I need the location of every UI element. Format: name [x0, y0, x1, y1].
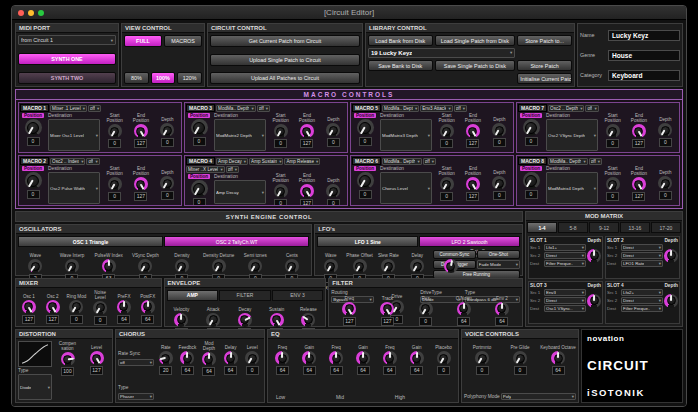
macro-assign-dropdown[interactable]: Mixer ..X Level▾ — [186, 166, 225, 173]
knob-dial[interactable] — [301, 313, 315, 327]
knob-dial[interactable] — [212, 259, 226, 273]
macro-off-dropdown[interactable]: off▾ — [226, 166, 239, 173]
macro-destination-dropdown[interactable]: Osc2 Pulse Width▾ — [48, 172, 100, 204]
knob-dial[interactable] — [383, 351, 397, 365]
knob-dial[interactable] — [202, 352, 216, 366]
slot-dest-dropdown[interactable]: LFO1 Rate▾ — [621, 260, 663, 267]
knob-dial[interactable] — [380, 302, 394, 316]
macro-position-knob[interactable] — [191, 119, 208, 136]
macro-depth-knob[interactable] — [658, 176, 672, 190]
knob-dial[interactable] — [329, 351, 343, 365]
knob-dial[interactable] — [248, 259, 262, 273]
macro-start-knob[interactable] — [440, 177, 454, 191]
chorus-rate-sync-dropdown[interactable]: off▾ — [118, 359, 154, 366]
knob-dial[interactable] — [457, 302, 471, 316]
macro-position-knob[interactable] — [191, 180, 208, 197]
macro-depth-knob[interactable] — [326, 184, 340, 198]
knob-dial[interactable] — [117, 300, 131, 314]
knob-dial[interactable] — [353, 259, 367, 273]
slot-depth-knob[interactable] — [664, 294, 678, 308]
macro-destination-dropdown[interactable]: ModMatrix3 Depth▾ — [380, 119, 432, 151]
macro-assign-dropdown[interactable]: Mixer .1 Level▾ — [50, 105, 87, 112]
slot-dest-dropdown[interactable]: Osc1 VSync..▾ — [544, 305, 586, 312]
macro-depth-knob[interactable] — [160, 176, 174, 190]
macro-off-dropdown[interactable]: off▾ — [585, 105, 598, 112]
macro-off-dropdown[interactable]: off▾ — [86, 158, 99, 165]
zoom-80-button[interactable]: 80% — [124, 72, 149, 84]
knob-dial[interactable] — [444, 259, 458, 273]
knob-dial[interactable] — [356, 351, 370, 365]
macro-assign-dropdown[interactable]: ModMa.. Depth▾ — [216, 105, 256, 112]
macro-position-knob[interactable] — [357, 119, 374, 136]
macro-end-knob[interactable] — [466, 124, 480, 138]
knob-dial[interactable] — [302, 351, 316, 365]
macro-assign-dropdown[interactable]: ModMa.. Depth▾ — [382, 158, 422, 165]
macro-position-knob[interactable] — [357, 172, 374, 189]
macro-assign-dropdown[interactable]: Osc2 .. Index▾ — [50, 158, 85, 165]
knob-dial[interactable] — [495, 302, 509, 316]
macro-start-knob[interactable] — [108, 124, 122, 138]
patch-name-field[interactable]: Lucky Keyz — [608, 30, 680, 41]
category-dropdown[interactable]: Keyboard — [608, 70, 680, 81]
knob-dial[interactable] — [174, 313, 188, 327]
circuit-control-button[interactable]: Get Current Patch from Circuit — [210, 35, 360, 47]
macro-start-knob[interactable] — [274, 184, 288, 198]
knob-dial[interactable] — [159, 351, 173, 365]
view-full-button[interactable]: FULL — [124, 35, 162, 47]
knob-dial[interactable] — [69, 300, 83, 314]
slot-depth-knob[interactable] — [587, 249, 601, 263]
store-patch-button[interactable]: Store Patch — [517, 60, 572, 71]
knob-dial[interactable] — [138, 259, 152, 273]
slot-depth-knob[interactable] — [587, 294, 601, 308]
load-single-patch-button[interactable]: Load Single Patch from Disk — [435, 35, 516, 46]
slot-src1-dropdown[interactable]: Lfo2+▾ — [621, 289, 663, 296]
knob-dial[interactable] — [61, 352, 75, 366]
tab[interactable]: LFO 2 Sawtooth — [419, 236, 520, 247]
store-patch-to-button[interactable]: Store Patch to... — [517, 35, 572, 46]
knob-dial[interactable] — [410, 259, 424, 273]
knob-dial[interactable] — [419, 302, 433, 316]
macro-destination-dropdown[interactable]: Amp Decay▾ — [214, 180, 266, 204]
macro-assign-dropdown[interactable]: Amp Release▾ — [284, 158, 320, 165]
macro-start-knob[interactable] — [274, 124, 288, 138]
macro-off-dropdown[interactable]: off▾ — [88, 105, 101, 112]
knob-dial[interactable] — [275, 351, 289, 365]
macro-assign-dropdown[interactable]: Amp Decay▾ — [216, 158, 248, 165]
macro-assign-dropdown[interactable]: Osc2 .. Depth▾ — [548, 105, 584, 112]
knob-dial[interactable] — [245, 351, 259, 365]
save-single-patch-button[interactable]: Save Single Patch to Disk — [435, 60, 516, 71]
macro-depth-knob[interactable] — [492, 123, 506, 137]
tab[interactable]: 1-4 — [527, 222, 557, 233]
tab[interactable]: ENV 3 — [272, 290, 324, 301]
polyphony-mode-dropdown[interactable]: Poly▾ — [501, 393, 576, 400]
knob-dial[interactable] — [28, 259, 42, 273]
macro-destination-dropdown[interactable]: Osc2 VSync Depth▾ — [546, 119, 598, 151]
slot-src1-dropdown[interactable]: Direct▾ — [621, 244, 663, 251]
knob-dial[interactable] — [180, 351, 194, 365]
macro-position-knob[interactable] — [25, 172, 42, 189]
macro-end-knob[interactable] — [466, 177, 480, 191]
view-macros-button[interactable]: MACROS — [164, 35, 202, 47]
macro-position-knob[interactable] — [523, 119, 540, 136]
macro-end-knob[interactable] — [300, 184, 314, 198]
slot-depth-knob[interactable] — [664, 249, 678, 263]
macro-start-knob[interactable] — [108, 177, 122, 191]
knob-dial[interactable] — [141, 300, 155, 314]
midi-port-dropdown[interactable]: from Circuit 1▾ — [18, 35, 116, 45]
tab[interactable]: AMP — [167, 290, 219, 301]
knob-dial[interactable] — [175, 259, 189, 273]
slot-dest-dropdown[interactable]: Filter Freque..▾ — [544, 260, 586, 267]
fade-mode-dropdown[interactable]: Fade Mode▾ — [477, 260, 520, 269]
circuit-control-button[interactable]: Upload Single Patch to Circuit — [210, 54, 360, 66]
macro-depth-knob[interactable] — [326, 123, 340, 137]
macro-position-knob[interactable] — [523, 172, 540, 189]
tab[interactable]: 5-8 — [558, 222, 588, 233]
knob-dial[interactable] — [102, 259, 116, 273]
macro-position-knob[interactable] — [25, 119, 42, 136]
macro-end-knob[interactable] — [134, 124, 148, 138]
slot-dest-dropdown[interactable]: Filter Freque..▾ — [621, 305, 663, 312]
macro-off-dropdown[interactable]: off▾ — [454, 105, 467, 112]
macro-assign-dropdown[interactable]: Amp Sustain▾ — [249, 158, 283, 165]
knob-dial[interactable] — [270, 313, 284, 327]
zoom-120-button[interactable]: 120% — [177, 72, 202, 84]
